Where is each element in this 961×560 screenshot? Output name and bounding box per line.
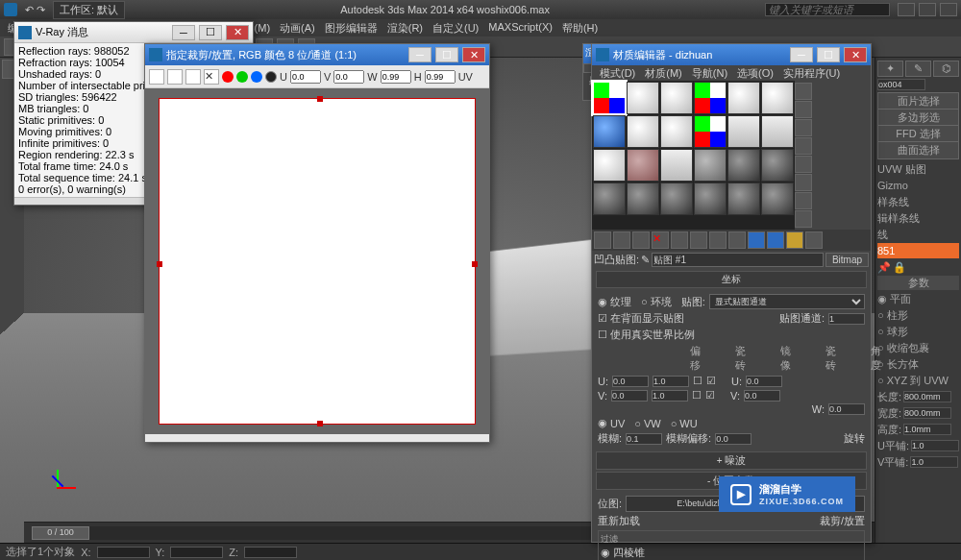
modifier-stack-icon[interactable]: 🔒 xyxy=(893,261,906,274)
time-knob[interactable]: 0 / 100 xyxy=(32,526,89,540)
blue-channel-icon[interactable] xyxy=(251,71,262,83)
map-channel-select[interactable]: 显式贴图通道 xyxy=(709,294,865,309)
u-tile-field[interactable] xyxy=(653,376,689,387)
material-swatch[interactable] xyxy=(627,149,659,182)
workspace-selector[interactable]: 工作区: 默认 xyxy=(53,1,125,19)
map-xyz-radio[interactable]: ○ XYZ 到 UVW xyxy=(877,374,949,388)
wu-radio[interactable]: ○ WU xyxy=(671,418,698,429)
material-swatch[interactable] xyxy=(761,115,794,148)
status-y-field[interactable] xyxy=(170,547,223,558)
v-tile-field[interactable] xyxy=(652,390,688,402)
v-tile-check[interactable]: ☑ xyxy=(705,389,715,402)
vray-minimize-button[interactable]: ─ xyxy=(172,25,195,40)
crop-h-field[interactable] xyxy=(425,70,456,84)
uv-radio[interactable]: ◉ UV xyxy=(598,417,625,429)
crop-minimize-button[interactable]: ─ xyxy=(408,47,431,62)
width-field[interactable] xyxy=(903,407,951,419)
u-mirror-check[interactable]: ☐ xyxy=(693,375,702,387)
crop-handle-right[interactable] xyxy=(472,261,478,267)
crop-maximize-button[interactable]: ☐ xyxy=(435,47,458,62)
backlight-icon[interactable] xyxy=(795,101,812,118)
crop-handle-bottom[interactable] xyxy=(317,421,323,426)
status-z-field[interactable] xyxy=(244,547,297,558)
go-parent-icon[interactable] xyxy=(786,231,803,249)
map-name-field[interactable] xyxy=(652,253,824,267)
crop-w-field[interactable] xyxy=(381,70,411,84)
blur-field[interactable] xyxy=(626,433,662,445)
put-library-icon[interactable] xyxy=(709,231,727,249)
crop-clone-icon[interactable] xyxy=(185,69,201,85)
minimize-button[interactable] xyxy=(898,3,915,16)
material-swatch[interactable] xyxy=(727,183,760,215)
show-back-checkbox[interactable]: ☑ 在背面显示贴图 xyxy=(598,311,684,326)
crop-copy-icon[interactable] xyxy=(167,69,183,85)
material-swatch[interactable] xyxy=(727,115,760,148)
crop-handle-top[interactable] xyxy=(317,96,323,102)
material-id-icon[interactable] xyxy=(728,231,746,249)
mod-surf-select[interactable]: 曲面选择 xyxy=(877,141,959,159)
material-swatch[interactable] xyxy=(761,183,794,215)
material-swatch[interactable] xyxy=(660,149,693,182)
crop-save-icon[interactable] xyxy=(149,69,164,85)
options-icon[interactable] xyxy=(795,192,812,209)
hierarchy-tab-icon[interactable]: ⌬ xyxy=(933,61,959,77)
modifier-gizmo-label[interactable]: Gizmo xyxy=(877,180,908,191)
alpha-channel-icon[interactable] xyxy=(265,71,277,83)
assign-icon[interactable] xyxy=(632,231,650,249)
w-angle-field[interactable] xyxy=(828,403,865,415)
modifier-line-label[interactable]: 线 xyxy=(877,228,888,242)
height-field[interactable] xyxy=(903,424,951,435)
mat-minimize-button[interactable]: ─ xyxy=(790,47,813,62)
vtile-field[interactable] xyxy=(910,456,958,468)
material-swatch[interactable] xyxy=(627,183,659,215)
material-swatch[interactable] xyxy=(694,82,727,114)
material-swatch[interactable] xyxy=(660,82,693,114)
make-preview-icon[interactable] xyxy=(795,174,812,191)
material-swatch[interactable] xyxy=(761,149,794,182)
video-check-icon[interactable] xyxy=(795,156,812,173)
map-channel-field[interactable] xyxy=(828,313,865,325)
material-swatch[interactable] xyxy=(593,115,626,148)
menu-maxscript[interactable]: MAXScript(X) xyxy=(484,19,556,37)
menu-graph[interactable]: 图形编辑器 xyxy=(321,19,382,37)
material-swatch[interactable] xyxy=(660,183,693,215)
modify-tab-icon[interactable]: ✎ xyxy=(905,61,931,77)
mat-menu-mode[interactable]: 模式(D) xyxy=(596,65,639,81)
material-swatch[interactable] xyxy=(660,115,693,148)
eyedrop-icon[interactable]: ✎ xyxy=(641,254,650,266)
mat-menu-options[interactable]: 选项(O) xyxy=(733,65,777,81)
map-cyl-radio[interactable]: ○ 柱形 xyxy=(877,308,908,323)
help-search-input[interactable] xyxy=(765,3,890,16)
v-offset-field[interactable] xyxy=(611,390,648,402)
modifier-spline-label[interactable]: 样条线 xyxy=(877,195,909,209)
material-swatch[interactable] xyxy=(694,115,727,148)
vray-close-button[interactable]: ✕ xyxy=(226,25,249,40)
u-offset-field[interactable] xyxy=(612,376,649,387)
utile-field[interactable] xyxy=(911,440,959,451)
crop-u-field[interactable] xyxy=(290,70,321,84)
menu-render[interactable]: 渲染(R) xyxy=(383,19,427,37)
rotate-button[interactable]: 旋转 xyxy=(844,431,865,446)
section-coordinates[interactable]: 坐标 xyxy=(596,271,867,288)
maximize-button[interactable] xyxy=(919,3,936,16)
material-swatch[interactable] xyxy=(593,183,626,215)
modifier-editspline-label[interactable]: 辑样条线 xyxy=(877,211,920,226)
undo-redo-icon[interactable]: ↶ ↷ xyxy=(25,4,45,16)
make-unique-icon[interactable] xyxy=(690,231,707,249)
status-x-field[interactable] xyxy=(97,547,150,558)
material-swatch[interactable] xyxy=(727,82,760,114)
v-mirror-check[interactable]: ☐ xyxy=(692,389,702,402)
show-map-icon[interactable] xyxy=(748,231,765,249)
v-angle-field[interactable] xyxy=(744,390,780,402)
material-swatch[interactable] xyxy=(627,82,659,114)
mat-menu-utilities[interactable]: 实用程序(U) xyxy=(779,65,844,81)
material-swatch[interactable] xyxy=(694,183,727,215)
crop-handle-left[interactable] xyxy=(157,261,162,267)
use-real-checkbox[interactable]: ☐ 使用真实世界比例 xyxy=(598,328,695,342)
crop-image-preview[interactable] xyxy=(159,98,476,425)
green-channel-icon[interactable] xyxy=(236,71,248,83)
mat-menu-navigate[interactable]: 导航(N) xyxy=(688,65,731,81)
select-by-mat-icon[interactable] xyxy=(795,210,812,228)
get-material-icon[interactable] xyxy=(594,231,611,249)
map-sphere-radio[interactable]: ○ 球形 xyxy=(877,325,908,339)
